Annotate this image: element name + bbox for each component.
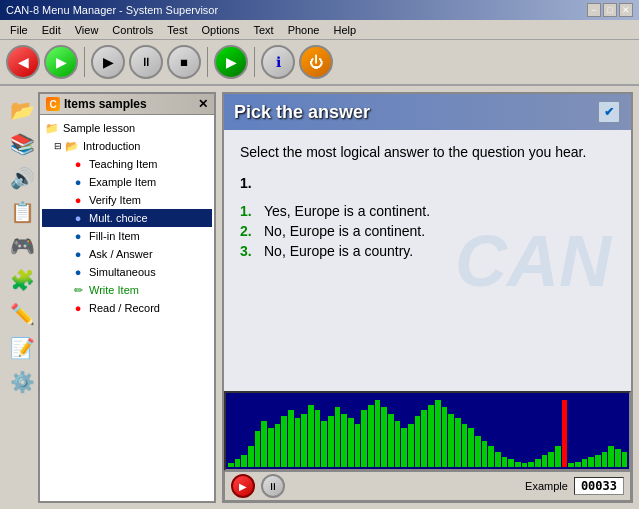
tree-item-teaching[interactable]: ● Teaching Item [42,155,212,173]
tree-item-label: Ask / Answer [89,248,153,260]
tree-item-label: Sample lesson [63,122,135,134]
audio-bar-21 [368,405,374,467]
tree-item-simultaneous[interactable]: ● Simultaneous [42,263,212,281]
tree-item-label: Simultaneous [89,266,156,278]
audio-bar-18 [348,418,354,467]
separator-1 [84,47,85,77]
audio-play-icon: ▶ [239,481,247,492]
audio-bar-59 [622,452,628,467]
audio-bar-12 [308,405,314,467]
audio-play-button[interactable]: ▶ [231,474,255,498]
answer-text-1: Yes, Europe is a continent. [264,203,430,219]
info-icon: ℹ [276,54,281,70]
audio-bar-6 [268,428,274,467]
check-button[interactable]: ✔ [597,100,621,124]
audio-bar-29 [421,410,427,467]
menu-view[interactable]: View [69,23,105,37]
menu-edit[interactable]: Edit [36,23,67,37]
menu-file[interactable]: File [4,23,34,37]
title-text: CAN-8 Menu Manager - System Supervisor [6,4,218,16]
tree-close-button[interactable]: ✕ [198,97,208,111]
audio-bar-58 [615,449,621,468]
toolbar: ◀ ▶ ▶ ⏸ ⏹ ▶ ℹ ⏻ [0,40,639,86]
answer-item-1[interactable]: 1. Yes, Europe is a continent. [240,203,615,219]
audio-bar-19 [355,424,361,467]
side-icon-1[interactable]: 📂 [8,96,36,124]
tree-item-introduction[interactable]: ⊟ 📂 Introduction [42,137,212,155]
tree-header: C Items samples ✕ [40,94,214,115]
side-icon-5[interactable]: 🎮 [8,232,36,260]
tree-header-icon: C [46,97,60,111]
tree-item-verify[interactable]: ● Verify Item [42,191,212,209]
tree-item-write[interactable]: ✏ Write Item [42,281,212,299]
stop-button[interactable]: ⏹ [167,45,201,79]
side-icon-8[interactable]: 📝 [8,334,36,362]
back-button[interactable]: ◀ [6,45,40,79]
side-icon-2[interactable]: 📚 [8,130,36,158]
title-bar-buttons: − □ ✕ [587,3,633,17]
info-button[interactable]: ℹ [261,45,295,79]
side-icon-3[interactable]: 🔊 [8,164,36,192]
audio-bar-51 [568,463,574,467]
audio-bar-25 [395,421,401,467]
answer-item-3[interactable]: 3. No, Europe is a country. [240,243,615,259]
left-panel: C Items samples ✕ 📁 Sample lesson ⊟ 📂 In… [38,92,216,503]
audio-bar-8 [281,416,287,467]
menu-options[interactable]: Options [196,23,246,37]
audio-bar-7 [275,424,281,467]
record-button[interactable]: ▶ [214,45,248,79]
play-button[interactable]: ▶ [91,45,125,79]
tree-item-label: Verify Item [89,194,141,206]
audio-bar-40 [495,452,501,467]
audio-bar-3 [248,446,254,467]
title-bar: CAN-8 Menu Manager - System Supervisor −… [0,0,639,20]
audio-bar-46 [535,459,541,467]
pause-button[interactable]: ⏸ [129,45,163,79]
audio-bar-35 [462,424,468,467]
tree-item-example[interactable]: ● Example Item [42,173,212,191]
tree-item-sample-lesson[interactable]: 📁 Sample lesson [42,119,212,137]
menu-text[interactable]: Text [247,23,279,37]
side-icon-4[interactable]: 📋 [8,198,36,226]
power-icon: ⏻ [309,54,323,70]
answer-text-3: No, Europe is a country. [264,243,413,259]
answer-list: 1. Yes, Europe is a continent. 2. No, Eu… [240,203,615,259]
tree-item-label: Teaching Item [89,158,157,170]
audio-bar-26 [401,428,407,467]
tree-item-ask-answer[interactable]: ● Ask / Answer [42,245,212,263]
tree-item-label: Example Item [89,176,156,188]
power-button[interactable]: ⏻ [299,45,333,79]
audio-bar-39 [488,446,494,467]
side-icons: 📂 📚 🔊 📋 🎮 🧩 ✏️ 📝 ⚙️ [6,92,38,503]
audio-bar-17 [341,414,347,467]
verify-icon: ● [70,192,86,208]
folder-open-icon: 📂 [64,138,80,154]
audio-bar-49 [555,446,561,467]
audio-bar-36 [468,428,474,467]
close-button[interactable]: ✕ [619,3,633,17]
tree-content: 📁 Sample lesson ⊟ 📂 Introduction ● Teach… [40,115,214,321]
side-icon-6[interactable]: 🧩 [8,266,36,294]
menu-help[interactable]: Help [327,23,362,37]
audio-visualizer [224,391,631,471]
tree-item-fillin[interactable]: ● Fill-in Item [42,227,212,245]
menu-test[interactable]: Test [161,23,193,37]
side-icon-7[interactable]: ✏️ [8,300,36,328]
answer-item-2[interactable]: 2. No, Europe is a continent. [240,223,615,239]
tree-item-read-record[interactable]: ● Read / Record [42,299,212,317]
tree-item-label: Write Item [89,284,139,296]
side-icon-9[interactable]: ⚙️ [8,368,36,396]
maximize-button[interactable]: □ [603,3,617,17]
forward-button[interactable]: ▶ [44,45,78,79]
audio-pause-button[interactable]: ⏸ [261,474,285,498]
audio-bar-31 [435,400,441,467]
menu-controls[interactable]: Controls [106,23,159,37]
number-label: 1. [240,175,615,191]
menu-phone[interactable]: Phone [282,23,326,37]
tree-item-label: Introduction [83,140,140,152]
fillin-icon: ● [70,228,86,244]
tree-item-mult-choice[interactable]: ● Mult. choice [42,209,212,227]
minimize-button[interactable]: − [587,3,601,17]
write-icon: ✏ [70,282,86,298]
example-icon: ● [70,174,86,190]
